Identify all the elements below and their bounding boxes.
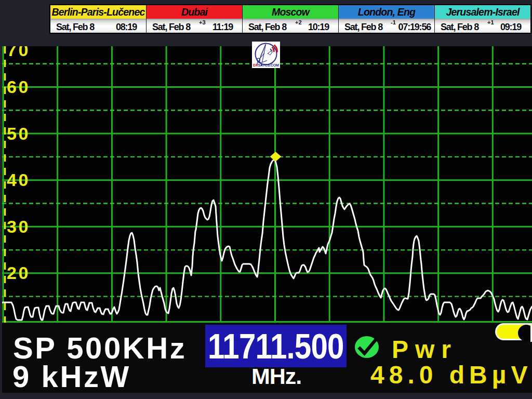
svg-text:50: 50 <box>7 124 30 143</box>
svg-text:30: 30 <box>7 217 30 236</box>
svg-text:20: 20 <box>7 263 30 283</box>
svg-text:70: 70 <box>7 46 30 60</box>
svg-text:40: 40 <box>7 170 30 190</box>
svg-text:60: 60 <box>7 77 30 97</box>
svg-text:DXSATCS.COM: DXSATCS.COM <box>253 63 279 68</box>
